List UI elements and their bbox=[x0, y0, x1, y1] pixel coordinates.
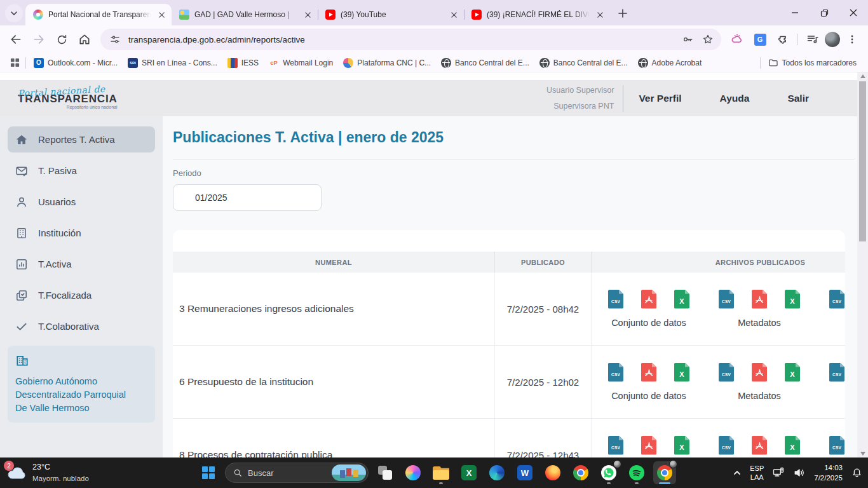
csv-file-icon[interactable]: CSV bbox=[719, 363, 734, 382]
tab-search-button[interactable] bbox=[5, 4, 23, 22]
browser-tab[interactable]: (39) ¡RENACÍ! FIRMÉ EL DIVORC bbox=[464, 4, 610, 25]
xls-file-icon[interactable]: X bbox=[785, 363, 800, 382]
back-button[interactable] bbox=[5, 29, 27, 50]
weather-extension-icon[interactable] bbox=[726, 29, 748, 50]
forward-button[interactable] bbox=[28, 29, 50, 50]
header-nav-salir[interactable]: Salir bbox=[787, 93, 809, 104]
weather-widget[interactable]: 2 23°C Mayorm. nublado bbox=[6, 458, 89, 488]
browser-tab[interactable]: (39) YouTube bbox=[318, 4, 464, 25]
reload-button[interactable] bbox=[51, 29, 72, 50]
bookmark-item[interactable]: Banco Central del E... bbox=[534, 56, 633, 70]
all-bookmarks-button[interactable]: Todos los marcadores bbox=[763, 56, 862, 70]
sidebar-item-t-pasiva[interactable]: T. Pasiva bbox=[8, 158, 155, 184]
firefox-button[interactable] bbox=[541, 461, 564, 484]
bookmark-item[interactable]: Outlook.com - Micr... bbox=[29, 56, 123, 70]
tab-close-icon[interactable] bbox=[156, 10, 166, 20]
pdf-file-icon[interactable] bbox=[641, 363, 656, 382]
sidebar-item-t-activa[interactable]: T.Activa bbox=[8, 251, 155, 277]
xls-file-icon[interactable]: X bbox=[674, 436, 689, 455]
tab-close-icon[interactable] bbox=[595, 10, 605, 20]
new-tab-button[interactable] bbox=[614, 4, 632, 22]
period-input[interactable] bbox=[173, 184, 322, 211]
tab-close-icon[interactable] bbox=[302, 10, 313, 20]
csv-file-icon[interactable]: CSV bbox=[608, 290, 623, 309]
window-close-button[interactable] bbox=[839, 0, 868, 25]
pdf-file-icon[interactable] bbox=[752, 436, 767, 455]
bookmark-star-icon[interactable] bbox=[701, 32, 715, 46]
spotify-button[interactable] bbox=[625, 461, 648, 484]
bookmark-item[interactable]: Banco Central del E... bbox=[436, 56, 534, 70]
passwords-key-icon[interactable] bbox=[681, 32, 695, 46]
bookmark-item[interactable]: Adobe Acrobat bbox=[633, 56, 707, 70]
bookmark-item[interactable]: SRI en Línea - Cons... bbox=[123, 56, 222, 70]
scrollbar-thumb[interactable] bbox=[859, 81, 866, 241]
clock[interactable]: 14:03 7/2/2025 bbox=[814, 463, 843, 483]
file-explorer-button[interactable] bbox=[430, 461, 452, 484]
bookmark-item[interactable]: Plataforma CNC | C... bbox=[338, 56, 436, 70]
pdf-file-icon[interactable] bbox=[641, 436, 656, 455]
csv-file-icon[interactable]: CSV bbox=[719, 436, 734, 455]
chrome-active-button[interactable] bbox=[653, 461, 676, 484]
xls-file-icon[interactable]: X bbox=[674, 290, 689, 309]
start-button[interactable] bbox=[197, 461, 220, 484]
taskbar-search[interactable]: Buscar bbox=[225, 463, 369, 483]
sidebar-item-reportes-t-activa[interactable]: Reportes T. Activa bbox=[8, 126, 155, 152]
network-icon[interactable] bbox=[772, 466, 785, 479]
url-bar[interactable]: transparencia.dpe.gob.ec/admin/reports/a… bbox=[100, 29, 721, 50]
site-logo[interactable]: Portal nacional de TRANSPARENCIA Reposit… bbox=[18, 86, 117, 110]
home-button[interactable] bbox=[74, 29, 95, 50]
header-nav-ayuda[interactable]: Ayuda bbox=[720, 93, 750, 104]
apps-grid-icon[interactable] bbox=[6, 55, 23, 71]
sidebar-item-t-focalizada[interactable]: T.Focalizada bbox=[8, 282, 155, 308]
pdf-file-icon[interactable] bbox=[641, 290, 656, 309]
browser-tab[interactable]: GAD | GAD Valle Hermoso | bbox=[172, 4, 318, 25]
copilot-button[interactable] bbox=[402, 461, 424, 484]
csv-file-icon[interactable]: CSV bbox=[608, 436, 623, 455]
xls-file-icon[interactable]: X bbox=[785, 290, 800, 309]
word-button[interactable]: W bbox=[513, 461, 536, 484]
window-minimize-button[interactable] bbox=[780, 0, 810, 25]
csv-file-icon[interactable]: CSV bbox=[829, 290, 844, 309]
page-scrollbar[interactable] bbox=[857, 72, 868, 458]
translate-extension-icon[interactable]: G bbox=[749, 29, 771, 50]
sidebar-item-instituci-n[interactable]: Institución bbox=[8, 220, 155, 246]
extensions-puzzle-icon[interactable] bbox=[772, 29, 794, 50]
excel-button[interactable]: X bbox=[458, 461, 480, 484]
xls-file-icon[interactable]: X bbox=[674, 363, 689, 382]
pdf-file-icon[interactable] bbox=[752, 363, 767, 382]
profile-avatar[interactable] bbox=[825, 32, 840, 47]
header-nav-ver-perfil[interactable]: Ver Perfil bbox=[639, 93, 681, 104]
pdf-file-icon[interactable] bbox=[752, 290, 767, 309]
entity-card[interactable]: Gobierno Autónomo Descentralizado Parroq… bbox=[8, 346, 155, 423]
chrome-button[interactable] bbox=[569, 461, 592, 484]
publications-table: NUMERAL PUBLICADO ARCHIVOS PUBLICADOS 3 … bbox=[173, 252, 845, 458]
sidebar-item-usuarios[interactable]: Usuarios bbox=[8, 189, 155, 215]
task-view-icon bbox=[378, 466, 392, 480]
notification-bell-icon[interactable] bbox=[851, 467, 863, 479]
volume-icon[interactable] bbox=[793, 466, 806, 479]
csv-file-icon[interactable]: CSV bbox=[829, 436, 844, 455]
task-view-button[interactable] bbox=[374, 461, 397, 484]
scrollbar-down-arrow[interactable] bbox=[860, 452, 865, 456]
bookmark-item[interactable]: IESS bbox=[222, 56, 264, 70]
window-restore-button[interactable] bbox=[810, 0, 839, 25]
scrollbar-up-arrow[interactable] bbox=[860, 74, 865, 78]
csv-file-icon[interactable]: CSV bbox=[829, 363, 844, 382]
csv-file-icon[interactable]: CSV bbox=[719, 290, 734, 309]
edge-button[interactable] bbox=[485, 461, 508, 484]
whatsapp-button[interactable] bbox=[597, 461, 620, 484]
url-text[interactable]: transparencia.dpe.gob.ec/admin/reports/a… bbox=[128, 35, 674, 44]
xls-file-icon[interactable]: X bbox=[785, 436, 800, 455]
tab-close-icon[interactable] bbox=[449, 10, 459, 20]
media-controls-icon[interactable] bbox=[802, 29, 824, 50]
search-highlight-image[interactable] bbox=[332, 464, 366, 481]
tray-chevron-up-icon[interactable] bbox=[733, 468, 742, 477]
browser-tab[interactable]: Portal Nacional de Transparenc bbox=[25, 4, 172, 25]
menu-dots-icon[interactable] bbox=[841, 29, 863, 50]
site-settings-icon[interactable] bbox=[108, 32, 122, 46]
file-group-label: Conjunto de datos bbox=[611, 318, 686, 329]
sidebar-item-t-colaborativa[interactable]: T.Colaborativa bbox=[8, 313, 155, 339]
csv-file-icon[interactable]: CSV bbox=[608, 363, 623, 382]
language-indicator[interactable]: ESP LAA bbox=[750, 464, 764, 482]
bookmark-item[interactable]: Webmail Login bbox=[264, 56, 338, 70]
